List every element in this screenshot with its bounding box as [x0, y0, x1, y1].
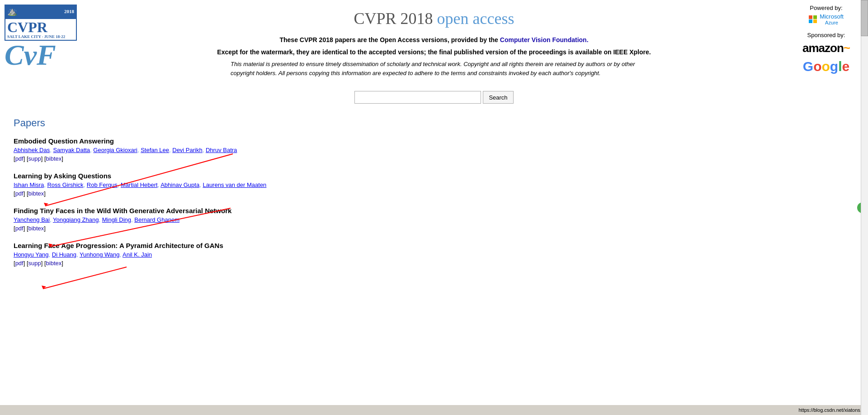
paper-title: Learning Face Age Progression: A Pyramid… — [14, 242, 574, 249]
paper-authors: Yancheng Bai, Yongqiang Zhang, Mingli Di… — [14, 216, 574, 223]
paper-links: [pdf] [bibtex] — [14, 225, 574, 232]
paper-links: [pdf] [supp] [bibtex] — [14, 260, 574, 267]
scrollbar-thumb[interactable] — [861, 0, 868, 36]
main-content: Papers Embodied Question Answering Abhis… — [0, 108, 588, 281]
bibtex-link[interactable]: bibtex — [46, 260, 62, 267]
scrollbar-track[interactable] — [861, 0, 868, 415]
header-italic-text: This material is presented to ensure tim… — [231, 60, 637, 77]
pdf-link[interactable]: pdf — [15, 155, 24, 162]
search-button[interactable]: Search — [483, 91, 513, 104]
svg-marker-5 — [42, 286, 46, 289]
pdf-link[interactable]: pdf — [15, 225, 24, 232]
supp-link[interactable]: supp — [28, 155, 41, 162]
open-access-label: open access — [437, 10, 514, 28]
paper-links: [pdf] [bibtex] — [14, 190, 574, 197]
paper-entry: Finding Tiny Faces in the Wild With Gene… — [14, 207, 574, 232]
cvf-link[interactable]: Computer Vision Foundation. — [500, 36, 589, 43]
papers-heading: Papers — [14, 117, 574, 129]
supp-link[interactable]: supp — [28, 260, 41, 267]
paper-links: [pdf] [supp] [bibtex] — [14, 155, 574, 162]
paper-authors: Hongyu Yang, Di Huang, Yunhong Wang, Ani… — [14, 251, 574, 258]
search-input[interactable] — [354, 91, 481, 104]
search-area: Search — [0, 91, 868, 104]
page-header: CVPR 2018 open access These CVPR 2018 pa… — [0, 0, 868, 82]
pdf-link[interactable]: pdf — [15, 190, 24, 197]
header-description: These CVPR 2018 papers are the Open Acce… — [90, 35, 778, 45]
paper-authors: Abhishek Das, Samyak Datta, Georgia Gkio… — [14, 147, 574, 153]
bibtex-link[interactable]: bibtex — [28, 190, 44, 197]
pdf-link[interactable]: pdf — [15, 260, 24, 267]
page-title: CVPR 2018 open access — [90, 9, 778, 28]
bibtex-link[interactable]: bibtex — [28, 225, 44, 232]
paper-entry: Learning Face Age Progression: A Pyramid… — [14, 242, 574, 267]
status-url: https://blog.csdn.net/xiatons... — [798, 407, 864, 413]
paper-title: Finding Tiny Faces in the Wild With Gene… — [14, 207, 574, 215]
status-bar: https://blog.csdn.net/xiatons... — [0, 405, 868, 415]
paper-authors: Ishan Misra, Ross Girshick, Rob Fergus, … — [14, 181, 574, 188]
paper-entry: Embodied Question Answering Abhishek Das… — [14, 137, 574, 162]
bibtex-link[interactable]: bibtex — [46, 155, 62, 162]
header-description-2: Except for the watermark, they are ident… — [90, 48, 778, 57]
paper-title: Learning by Asking Questions — [14, 172, 574, 180]
paper-title: Embodied Question Answering — [14, 137, 574, 145]
paper-entry: Learning by Asking Questions Ishan Misra… — [14, 172, 574, 197]
